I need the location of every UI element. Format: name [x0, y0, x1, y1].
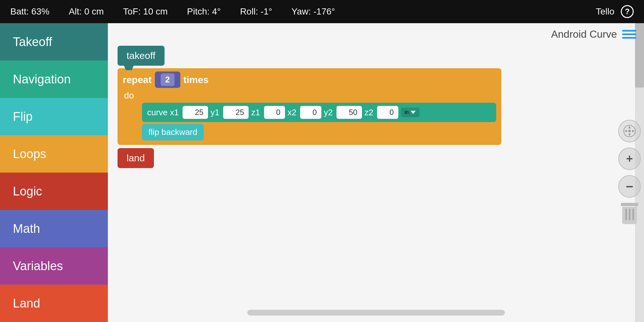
right-controls: + −	[618, 120, 641, 225]
y1-label: y1	[211, 108, 219, 118]
trash-body	[622, 207, 637, 224]
unit-dropdown[interactable]: in	[401, 108, 420, 117]
block-stack: takeoff repeat 2 times do	[118, 46, 602, 168]
curve-x1-field[interactable]: 25	[183, 106, 208, 119]
sidebar: Takeoff Navigation Flip Loops Logic Math…	[0, 23, 108, 322]
curve-block[interactable]: curve x1 25 y1 25 z1	[142, 103, 496, 122]
curve-y1-connector	[228, 109, 233, 115]
times-label: times	[184, 74, 209, 85]
sidebar-item-flip[interactable]: Flip	[0, 98, 108, 135]
status-right: Tello ?	[596, 5, 634, 18]
x2-label: x2	[288, 108, 296, 118]
curve-x1-connector	[187, 109, 193, 115]
repeat-header: repeat 2 times	[123, 71, 496, 88]
curve-label: curve x1	[147, 108, 179, 118]
trash-icon[interactable]	[620, 203, 639, 225]
svg-marker-2	[628, 134, 631, 136]
block-workspace: takeoff repeat 2 times do	[118, 46, 602, 168]
unit-label: in	[405, 109, 409, 115]
z2-label: z2	[365, 108, 373, 118]
dropdown-arrow-icon	[411, 111, 416, 114]
z1-label: z1	[251, 108, 260, 118]
pitch-status: Pitch: 4°	[187, 6, 221, 17]
sidebar-item-logic[interactable]: Logic	[0, 173, 108, 210]
y2-label: y2	[324, 108, 333, 118]
project-title: Android Curve	[551, 28, 617, 40]
main-layout: Takeoff Navigation Flip Loops Logic Math…	[0, 23, 644, 322]
flip-block[interactable]: flip backward	[142, 124, 204, 140]
svg-marker-3	[624, 130, 627, 132]
sidebar-item-takeoff[interactable]: Takeoff	[0, 23, 108, 61]
indent-content: curve x1 25 y1 25 z1	[142, 103, 496, 140]
help-icon[interactable]: ?	[621, 5, 634, 18]
roll-status: Roll: -1°	[240, 6, 272, 17]
curve-y2-field[interactable]: 50	[336, 106, 362, 119]
sidebar-item-loops[interactable]: Loops	[0, 135, 108, 173]
zoom-out-button[interactable]: −	[618, 175, 641, 198]
sidebar-item-variables[interactable]: Variables	[0, 247, 108, 285]
land-block[interactable]: land	[118, 148, 154, 168]
tof-status: ToF: 10 cm	[123, 6, 167, 17]
curve-x2-connector	[305, 109, 310, 115]
sidebar-item-land[interactable]: Land	[0, 285, 108, 322]
curve-z2-connector	[382, 109, 387, 115]
curve-z1-connector	[269, 109, 274, 115]
canvas-header: Android Curve	[543, 23, 644, 45]
curve-x2-field[interactable]: 0	[300, 106, 321, 119]
repeat-block[interactable]: repeat 2 times do curve x1	[118, 68, 501, 145]
trash-lid	[621, 203, 638, 206]
sidebar-item-navigation[interactable]: Navigation	[0, 61, 108, 98]
takeoff-block[interactable]: takeoff	[118, 46, 165, 66]
curve-y2-connector	[341, 109, 347, 115]
svg-point-5	[628, 130, 631, 132]
hamburger-menu-icon[interactable]	[622, 30, 636, 39]
sidebar-item-math[interactable]: Math	[0, 210, 108, 247]
move-control-icon[interactable]	[618, 120, 641, 142]
curve-z1-field[interactable]: 0	[264, 106, 285, 119]
altitude-status: Alt: 0 cm	[69, 6, 104, 17]
battery-status: Batt: 63%	[10, 6, 49, 17]
repeat-count-input[interactable]: 2	[155, 71, 180, 88]
repeat-label: repeat	[123, 74, 152, 85]
curve-y1-field[interactable]: 25	[223, 106, 249, 119]
svg-marker-4	[632, 130, 635, 132]
bottom-scrollbar[interactable]	[247, 310, 505, 316]
curve-z2-field[interactable]: 0	[377, 106, 398, 119]
device-label: Tello	[596, 6, 614, 17]
canvas-area: Android Curve takeoff repeat	[108, 23, 644, 322]
svg-marker-1	[628, 126, 631, 128]
yaw-status: Yaw: -176°	[291, 6, 335, 17]
status-bar: Batt: 63% Alt: 0 cm ToF: 10 cm Pitch: 4°…	[0, 0, 644, 23]
zoom-in-button[interactable]: +	[618, 147, 641, 170]
do-label: do	[124, 90, 496, 101]
